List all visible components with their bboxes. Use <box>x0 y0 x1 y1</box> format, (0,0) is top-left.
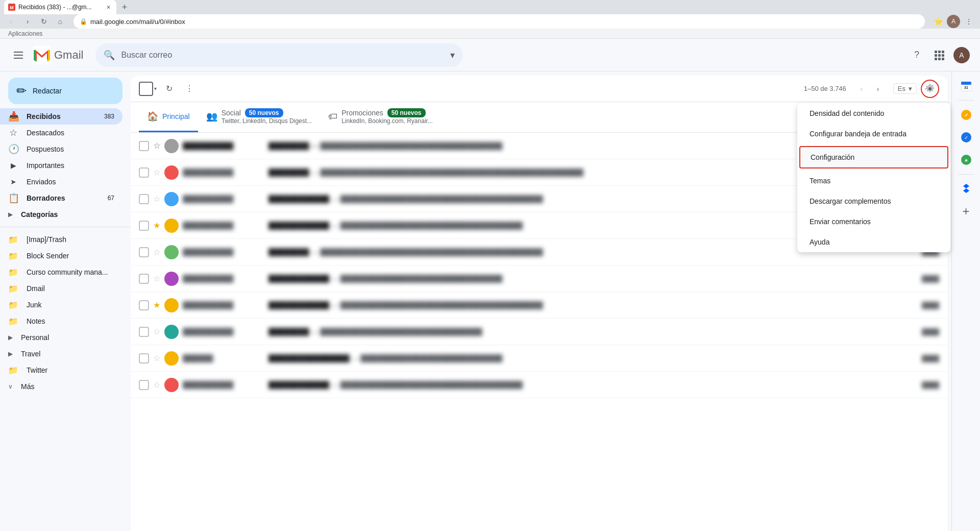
sidebar-item-dmail[interactable]: 📁 Dmail <box>0 280 122 297</box>
row-checkbox[interactable] <box>139 194 149 204</box>
density-item[interactable]: Densidad del contenido <box>797 103 950 124</box>
row-checkbox[interactable] <box>139 327 149 337</box>
starred-icon: ☆ <box>8 127 18 138</box>
tab-social[interactable]: 👥 Social 50 nuevos Twitter, LinkedIn, Di… <box>198 102 320 132</box>
search-caret-icon[interactable]: ▾ <box>450 50 455 61</box>
table-row[interactable]: ☆ ██████████ ████████ — ████████████████… <box>131 319 947 345</box>
add-app-button[interactable]: + <box>956 201 976 222</box>
sidebar-item-curso-community[interactable]: 📁 Curso community mana... <box>0 264 122 280</box>
feedback-item[interactable]: Enviar comentarios <box>797 211 950 232</box>
row-star-icon[interactable]: ★ <box>153 300 160 310</box>
sidebar-item-categorias[interactable]: ▶ Categorías <box>0 206 122 223</box>
row-checkbox[interactable] <box>139 353 149 364</box>
sidebar-label-curso-community: Curso community mana... <box>27 268 114 276</box>
row-checkbox[interactable] <box>139 167 149 178</box>
prev-page-button[interactable]: ‹ <box>854 82 869 96</box>
sidebar-item-pospuestos[interactable]: 🕐 Pospuestos <box>0 141 122 157</box>
table-row[interactable]: ☆ ██████████ ████████████ — ████████████… <box>131 266 947 292</box>
sidebar-item-personal[interactable]: ▶ Personal <box>0 329 122 346</box>
tab-promociones[interactable]: 🏷 Promociones 50 nuevos LinkedIn, Bookin… <box>320 102 441 132</box>
themes-item[interactable]: Temas <box>797 171 950 191</box>
tab-principal[interactable]: 🏠 Principal <box>139 102 198 132</box>
home-button[interactable]: ⌂ <box>53 14 67 29</box>
tasks-button[interactable]: ✓ <box>956 105 976 125</box>
settings-gear-button[interactable] <box>921 80 939 98</box>
row-content: ████████████████ — █████████████████████… <box>268 354 904 363</box>
dropbox-button[interactable] <box>956 179 976 199</box>
row-star-icon[interactable]: ☆ <box>153 247 160 257</box>
inbox-select-label: Es <box>898 85 905 92</box>
addons-item[interactable]: Descargar complementos <box>797 191 950 211</box>
table-row[interactable]: ★ ██████████ ████████████ — ████████████… <box>131 292 947 319</box>
new-tab-button[interactable]: + <box>117 0 132 14</box>
table-row[interactable]: ☆ ██████████ ████████████ — ████████████… <box>131 372 947 398</box>
folder-icon: 📁 <box>8 268 18 277</box>
row-checkbox[interactable] <box>139 247 149 257</box>
address-bar[interactable]: 🔒 mail.google.com/mail/u/0/#inbox <box>74 14 925 29</box>
sidebar-item-notes[interactable]: 📁 Notes <box>0 313 122 329</box>
contacts-icon: ★ <box>960 154 972 166</box>
row-star-icon[interactable]: ☆ <box>153 194 160 204</box>
active-tab[interactable]: M Recibidos (383) - ...@gm... ✕ <box>4 0 116 14</box>
menu-button[interactable] <box>8 45 29 65</box>
back-button[interactable]: ‹ <box>4 14 18 29</box>
close-tab-button[interactable]: ✕ <box>104 3 112 11</box>
extensions-button[interactable]: ⭐ <box>931 14 945 29</box>
reload-button[interactable]: ↻ <box>37 14 51 29</box>
sidebar-item-junk[interactable]: 📁 Junk <box>0 297 122 313</box>
calendar-button[interactable]: 31 <box>956 76 976 96</box>
next-page-button[interactable]: › <box>871 82 885 96</box>
row-checkbox[interactable] <box>139 380 149 390</box>
more-button[interactable]: ⋮ <box>962 14 976 29</box>
sidebar-label-junk: Junk <box>27 301 114 309</box>
select-dropdown-icon[interactable]: ▾ <box>154 86 157 91</box>
email-toolbar: ▾ ↻ ⋮ 1–50 de 3.746 ‹ › Es ▾ <box>131 76 947 102</box>
row-star-icon[interactable]: ☆ <box>153 327 160 336</box>
avatar <box>164 351 179 366</box>
compose-button[interactable]: ✏ Redactar <box>8 78 122 104</box>
sidebar-item-block-sender[interactable]: 📁 Block Sender <box>0 248 122 264</box>
row-star-icon[interactable]: ☆ <box>153 380 160 390</box>
sidebar-label-borradores: Borradores <box>27 194 100 202</box>
avatar <box>164 219 179 233</box>
table-row[interactable]: ☆ ██████ ████████████████ — ████████████… <box>131 345 947 372</box>
search-input[interactable] <box>121 51 444 60</box>
forward-button[interactable]: › <box>20 14 35 29</box>
address-text: mail.google.com/mail/u/0/#inbox <box>90 18 185 26</box>
row-star-icon[interactable]: ☆ <box>153 353 160 363</box>
sidebar-item-imap-trash[interactable]: 📁 [Imap]/Trash <box>0 231 122 248</box>
profile-button[interactable]: A <box>946 14 961 29</box>
select-all-checkbox[interactable] <box>139 82 153 96</box>
row-star-icon[interactable]: ☆ <box>153 167 160 177</box>
sidebar-item-enviados[interactable]: ➤ Enviados <box>0 174 122 190</box>
inbox-type-select[interactable]: Es ▾ <box>893 83 917 94</box>
sidebar-label-twitter: Twitter <box>27 366 114 374</box>
keep-button[interactable]: ✓ <box>956 127 976 148</box>
apps-grid-button[interactable] <box>929 45 949 65</box>
row-checkbox[interactable] <box>139 221 149 231</box>
sidebar-item-borradores[interactable]: 📋 Borradores 67 <box>0 190 122 206</box>
sidebar-item-mas[interactable]: ∨ Más <box>0 378 122 395</box>
search-box[interactable]: 🔍 ▾ <box>95 43 463 67</box>
more-actions-button[interactable]: ⋮ <box>181 81 198 97</box>
sidebar-item-recibidos[interactable]: 📥 Recibidos 383 <box>0 108 122 125</box>
sidebar-item-travel[interactable]: ▶ Travel <box>0 346 122 362</box>
refresh-button[interactable]: ↻ <box>161 81 177 97</box>
row-checkbox[interactable] <box>139 300 149 310</box>
contacts-button[interactable]: ★ <box>956 150 976 170</box>
row-star-icon[interactable]: ★ <box>153 221 160 230</box>
settings-item-highlighted[interactable]: Configuración <box>799 146 948 168</box>
sidebar-item-twitter[interactable]: 📁 Twitter <box>0 362 122 378</box>
help-button[interactable]: ? <box>906 45 927 65</box>
select-all-wrap: ▾ <box>139 82 157 96</box>
help-item[interactable]: Ayuda <box>797 232 950 252</box>
row-star-icon[interactable]: ☆ <box>153 274 160 283</box>
row-checkbox[interactable] <box>139 274 149 284</box>
sidebar-item-destacados[interactable]: ☆ Destacados <box>0 125 122 141</box>
configure-inbox-item[interactable]: Configurar bandeja de entrada <box>797 124 950 144</box>
row-star-icon[interactable]: ☆ <box>153 141 160 151</box>
sidebar-item-importantes[interactable]: ▶ Importantes <box>0 157 122 174</box>
row-time: ████ <box>909 355 939 362</box>
account-button[interactable]: A <box>951 45 972 65</box>
row-checkbox[interactable] <box>139 141 149 151</box>
